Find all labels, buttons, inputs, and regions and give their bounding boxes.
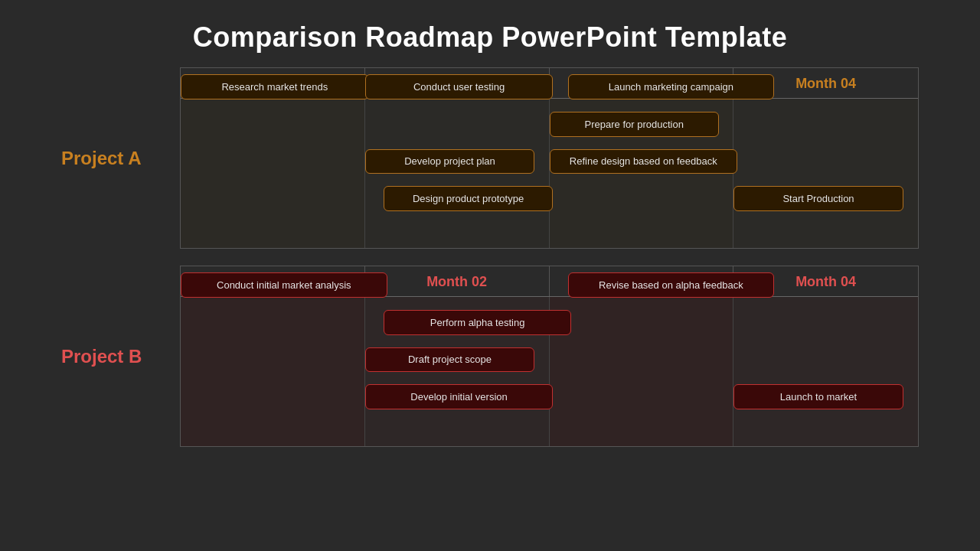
task-item-0: Research market trends bbox=[181, 74, 369, 99]
grid-col-a1 bbox=[181, 99, 365, 248]
month-header-b2: Month 02 bbox=[365, 266, 550, 296]
project-a-label: Project A bbox=[61, 67, 180, 249]
task-item-4: Develop project plan bbox=[365, 149, 534, 174]
task-item-6: Design product prototype bbox=[384, 186, 553, 211]
project-b-label: Project B bbox=[61, 266, 180, 447]
grid-col-a4 bbox=[733, 99, 918, 248]
project-a-grid: Month 01 Month 02 Month 03 Month 04 Rese… bbox=[180, 67, 919, 249]
task-item-3: Draft project scope bbox=[365, 347, 534, 373]
task-item-1: Conduct user testing bbox=[365, 74, 554, 99]
task-item-5: Refine design based on feedback bbox=[550, 149, 738, 174]
project-b-grid: Month 01 Month 02 Month 03 Month 04 Cond… bbox=[180, 266, 919, 447]
roadmap-container: Project A Month 01 Month 02 Month 03 Mon… bbox=[61, 67, 919, 447]
grid-col-b4 bbox=[733, 297, 918, 446]
grid-col-b3 bbox=[550, 297, 734, 446]
task-item-4: Develop initial version bbox=[365, 384, 554, 409]
project-b-block: Project B Month 01 Month 02 Month 03 Mon… bbox=[61, 266, 919, 447]
project-a-block: Project A Month 01 Month 02 Month 03 Mon… bbox=[61, 67, 919, 249]
task-item-1: Revise based on alpha feedback bbox=[568, 272, 775, 298]
task-item-5: Launch to market bbox=[733, 384, 903, 409]
task-item-3: Prepare for production bbox=[550, 112, 719, 137]
task-item-0: Conduct initial market analysis bbox=[181, 272, 387, 298]
task-item-2: Launch marketing campaign bbox=[568, 74, 775, 99]
page-title: Comparison Roadmap PowerPoint Template bbox=[193, 21, 787, 54]
grid-col-b1 bbox=[181, 297, 365, 446]
task-item-2: Perform alpha testing bbox=[384, 310, 572, 335]
task-item-7: Start Production bbox=[733, 186, 903, 211]
